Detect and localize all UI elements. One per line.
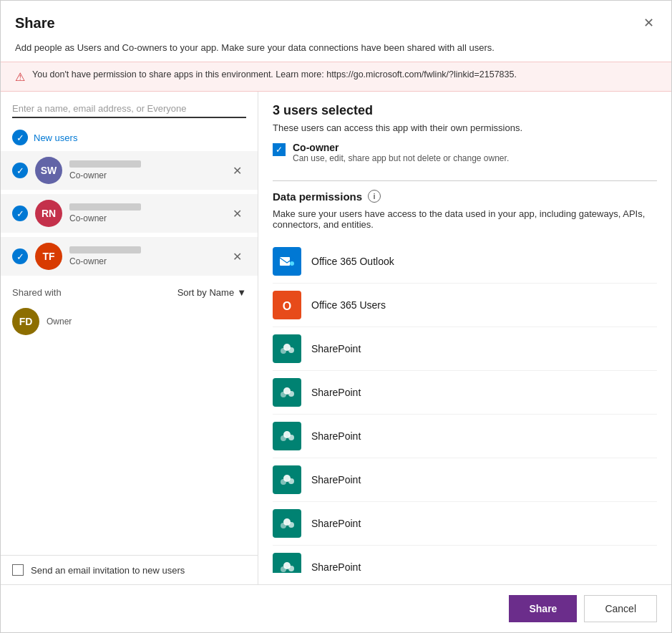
warning-banner: ⚠ You don't have permission to share app…	[1, 62, 671, 92]
svg-point-11	[288, 391, 294, 397]
check-icon-tf: ✓	[12, 248, 28, 264]
email-invite-checkbox[interactable]	[12, 564, 24, 576]
user-role-tf: Co-owner	[69, 256, 221, 266]
data-permissions-header: Data permissions i	[273, 190, 657, 203]
data-item-sharepoint-1: SharePoint	[273, 371, 657, 415]
share-dialog: Share ✕ Add people as Users and Co-owner…	[0, 0, 672, 633]
user-info-rn: Co-owner	[69, 203, 221, 223]
sort-by-label: Sort by Name	[177, 287, 234, 298]
avatar-tf: TF	[35, 243, 62, 270]
dialog-subtitle: Add people as Users and Co-owners to you…	[1, 39, 671, 62]
svg-point-19	[288, 478, 294, 484]
selected-count: 3 users selected	[273, 103, 657, 118]
data-item-sharepoint-2: SharePoint	[273, 415, 657, 458]
sharepoint-icon-4	[273, 509, 301, 538]
search-input[interactable]	[12, 100, 246, 118]
data-items-list: Office 365 Outlook O Office 365 Users	[273, 240, 657, 573]
new-users-row: ✓ New users	[1, 127, 258, 151]
user-row: ✓ TF Co-owner ✕	[1, 237, 258, 276]
left-panel: ✓ New users ✓ SW Co-owner ✕ ✓ RN Co-owne…	[1, 92, 258, 584]
sharepoint-icon-2	[273, 422, 301, 450]
dialog-body: ✓ New users ✓ SW Co-owner ✕ ✓ RN Co-owne…	[1, 92, 671, 584]
data-item-sp2-name: SharePoint	[311, 430, 361, 442]
divider	[273, 180, 657, 181]
share-button[interactable]: Share	[509, 595, 577, 622]
svg-point-12	[281, 392, 286, 397]
avatar-rn: RN	[35, 200, 62, 227]
dialog-footer: Share Cancel	[1, 584, 671, 632]
user-row: ✓ SW Co-owner ✕	[1, 151, 258, 190]
svg-point-7	[288, 347, 294, 353]
data-item-sp4-name: SharePoint	[311, 518, 361, 529]
avatar-sw: SW	[35, 157, 62, 184]
coowner-title: Co-owner	[293, 142, 509, 153]
data-item-sharepoint-0: SharePoint	[273, 327, 657, 371]
warning-text: You don't have permission to share apps …	[32, 69, 517, 79]
coowner-row: ✓ Co-owner Can use, edit, share app but …	[273, 142, 657, 163]
close-button[interactable]: ✕	[641, 12, 657, 34]
svg-point-28	[281, 566, 286, 572]
data-item-sp5-name: SharePoint	[311, 561, 361, 573]
user-name-bar-rn	[69, 203, 141, 211]
sharepoint-icon-1	[273, 378, 301, 407]
svg-rect-2	[290, 261, 294, 266]
info-icon[interactable]: i	[368, 190, 381, 203]
owner-row: FD Owner	[1, 302, 258, 341]
outlook-icon	[273, 247, 301, 276]
svg-point-24	[281, 523, 286, 528]
user-name-bar-sw	[69, 160, 141, 168]
user-role-rn: Co-owner	[69, 213, 221, 223]
chevron-down-icon: ▼	[237, 287, 246, 298]
svg-point-8	[281, 348, 286, 354]
cancel-button[interactable]: Cancel	[584, 595, 657, 622]
remove-user-tf[interactable]: ✕	[228, 248, 246, 265]
sharepoint-icon-5	[273, 553, 301, 573]
shared-with-row: Shared with Sort by Name ▼	[1, 280, 258, 302]
data-item-o365users: O Office 365 Users	[273, 284, 657, 327]
o365-icon: O	[273, 291, 301, 319]
user-role-sw: Co-owner	[69, 170, 221, 180]
coowner-info: Co-owner Can use, edit, share app but no…	[293, 142, 509, 163]
data-perms-label: Data permissions	[273, 190, 362, 203]
check-icon-sw: ✓	[12, 163, 28, 178]
user-info-sw: Co-owner	[69, 160, 221, 180]
data-perms-desc: Make sure your users have access to the …	[273, 208, 657, 230]
data-item-outlook-name: Office 365 Outlook	[311, 256, 394, 267]
sharepoint-icon-0	[273, 334, 301, 363]
warning-icon: ⚠	[15, 70, 25, 84]
data-item-sharepoint-5: SharePoint	[273, 546, 657, 573]
svg-point-27	[288, 566, 294, 571]
email-invite-label: Send an email invitation to new users	[31, 565, 185, 576]
coowner-checkbox[interactable]: ✓	[273, 143, 286, 156]
data-item-sharepoint-3: SharePoint	[273, 458, 657, 502]
search-input-wrap	[1, 92, 258, 127]
new-users-label[interactable]: New users	[34, 132, 77, 143]
check-icon-rn: ✓	[12, 206, 28, 221]
svg-point-20	[281, 479, 286, 485]
data-item-sharepoint-4: SharePoint	[273, 502, 657, 546]
coowner-desc: Can use, edit, share app but not delete …	[293, 153, 509, 163]
user-info-tf: Co-owner	[69, 246, 221, 266]
email-invite-row: Send an email invitation to new users	[1, 555, 258, 584]
sharepoint-icon-3	[273, 465, 301, 494]
data-item-sp0-name: SharePoint	[311, 343, 361, 354]
data-item-sp1-name: SharePoint	[311, 387, 361, 398]
owner-role-label: Owner	[47, 316, 72, 327]
avatar-fd: FD	[12, 308, 39, 335]
selected-desc: These users can access this app with the…	[273, 122, 657, 133]
user-name-bar-tf	[69, 246, 141, 253]
remove-user-rn[interactable]: ✕	[228, 206, 246, 222]
svg-point-15	[288, 435, 294, 440]
shared-with-label: Shared with	[12, 287, 62, 298]
dialog-title: Share	[15, 15, 55, 32]
data-item-outlook: Office 365 Outlook	[273, 240, 657, 284]
owner-info: Owner	[47, 316, 72, 327]
svg-point-23	[288, 522, 294, 528]
check-circle-icon: ✓	[12, 130, 28, 145]
remove-user-sw[interactable]: ✕	[228, 163, 246, 179]
sort-by-button[interactable]: Sort by Name ▼	[177, 287, 246, 298]
user-row: ✓ RN Co-owner ✕	[1, 194, 258, 233]
right-panel: 3 users selected These users can access …	[258, 92, 671, 584]
dialog-header: Share ✕	[1, 1, 671, 39]
svg-text:O: O	[283, 300, 291, 312]
